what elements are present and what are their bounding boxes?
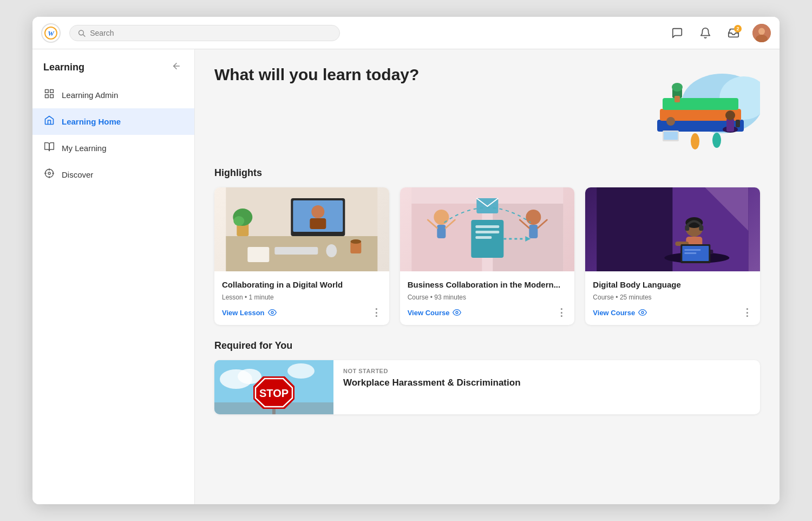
hero-illustration [608,66,760,152]
svg-rect-74 [597,187,673,271]
sidebar-label-learning-admin: Learning Admin [62,90,118,100]
highlights-title: Highlights [214,167,760,179]
admin-icon [43,88,55,102]
required-card-svg: STOP [214,360,333,414]
svg-point-36 [712,133,721,148]
sidebar-label-learning-home: Learning Home [62,117,121,126]
sidebar-item-learning-admin[interactable]: Learning Admin [32,82,194,108]
view-lesson-button[interactable]: View Lesson [222,308,277,317]
sidebar: Learning Learning Admin [32,49,195,504]
card-collab-digital: Collaborating in a Digital World Lesson … [214,187,389,325]
sidebar-label-discover: Discover [62,170,93,179]
card-body-business-collab: Business Collaboration in the Modern... … [400,271,575,301]
svg-point-24 [672,83,683,92]
cards-grid: Collaborating in a Digital World Lesson … [214,187,760,325]
eye-icon [268,308,277,317]
sidebar-item-my-learning[interactable]: My Learning [32,135,194,161]
view-course-label-2: View Course [408,309,450,317]
card-meta-digital-body: Course • 25 minutes [593,294,752,301]
svg-rect-86 [699,225,704,231]
card-title-business-collab: Business Collaboration in the Modern... [408,279,567,290]
svg-point-13 [48,172,50,174]
sidebar-nav: Learning Admin Learning Home [32,82,194,188]
card-business-collab: Business Collaboration in the Modern... … [400,187,575,325]
inbox-button[interactable]: 2 [724,24,743,42]
card-body-digital-body: Digital Body Language Course • 25 minute… [585,271,760,301]
svg-text:W: W [48,29,55,37]
svg-point-51 [271,311,273,314]
sidebar-label-my-learning: My Learning [62,144,107,153]
view-course-button-2[interactable]: View Course [408,308,462,317]
required-card-status: NOT STARTED [343,368,750,374]
sidebar-item-learning-home[interactable]: Learning Home [32,108,194,135]
inbox-badge: 2 [734,25,742,32]
card-meta-collab-digital: Lesson • 1 minute [222,294,382,301]
svg-rect-83 [685,249,701,251]
svg-rect-11 [45,95,49,98]
notifications-button[interactable] [696,24,715,42]
svg-rect-30 [664,132,678,140]
user-avatar[interactable] [752,24,771,42]
svg-point-91 [287,363,315,379]
svg-rect-10 [50,95,54,98]
svg-point-50 [233,216,244,226]
svg-point-33 [725,110,735,120]
top-bar-actions: 2 [668,24,771,42]
home-icon [43,115,55,128]
svg-rect-84 [685,252,697,254]
svg-rect-8 [45,90,49,93]
top-bar: W 2 [32,17,780,49]
svg-point-5 [758,28,765,35]
view-lesson-label: View Lesson [222,309,265,317]
card-svg-body [585,187,760,271]
svg-rect-22 [663,98,738,110]
card-more-button-2[interactable]: ⋮ [556,307,567,318]
card-more-button-1[interactable]: ⋮ [371,307,382,318]
search-input[interactable] [90,29,332,37]
view-course-label-3: View Course [593,309,635,317]
svg-point-47 [350,239,361,244]
book-icon [43,141,55,155]
required-card-title: Workplace Harassment & Discrimination [343,377,750,388]
hero-section: What will you learn today? [214,66,760,152]
main-layout: Learning Learning Admin [32,49,780,504]
svg-rect-32 [726,119,734,132]
sidebar-collapse-button[interactable] [169,59,184,75]
svg-rect-62 [437,225,446,238]
search-bar[interactable] [69,25,340,41]
view-course-button-3[interactable]: View Course [593,308,647,317]
sidebar-header: Learning [32,49,194,82]
required-card-body: NOT STARTED Workplace Harassment & Discr… [333,360,760,414]
svg-rect-85 [685,225,690,231]
svg-point-70 [456,311,458,314]
hero-title: What will you learn today? [214,66,419,84]
chat-icon [671,27,683,39]
card-more-button-3[interactable]: ⋮ [742,307,752,318]
avatar-image [752,24,771,42]
svg-point-87 [641,311,644,314]
card-image-business-collab [400,187,575,271]
svg-point-65 [526,210,541,225]
eye-icon-3 [638,308,647,317]
svg-point-28 [666,117,675,126]
content-area: What will you learn today? [195,49,780,504]
card-image-digital-body [585,187,760,271]
sidebar-item-discover[interactable]: Discover [32,161,194,188]
chat-button[interactable] [668,24,686,42]
card-footer-business-collab: View Course ⋮ [400,301,575,325]
card-digital-body: Digital Body Language Course • 25 minute… [585,187,760,325]
card-svg-collab [214,187,389,271]
svg-rect-96 [272,409,276,414]
card-image-collab-digital [214,187,389,271]
card-footer-digital-body: View Course ⋮ [585,301,760,325]
required-card-harassment: STOP NOT STARTED Workplace Harassment & … [214,360,760,414]
browser-frame: W 2 [32,17,780,504]
svg-line-3 [83,34,84,36]
svg-rect-43 [274,247,318,255]
svg-point-61 [434,210,449,225]
svg-rect-56 [475,225,499,228]
hero-text: What will you learn today? [214,66,419,84]
svg-point-44 [326,244,337,257]
search-icon [77,29,86,37]
svg-point-41 [311,205,324,218]
